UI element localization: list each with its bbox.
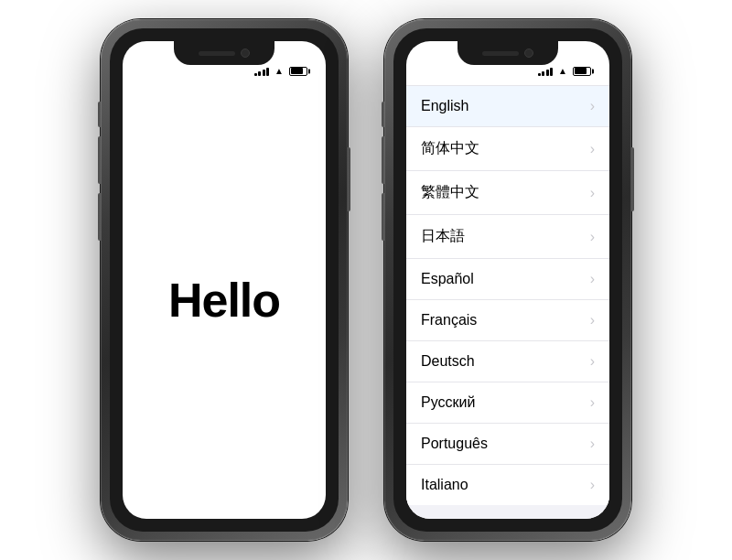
list-item[interactable]: Français ›: [406, 300, 609, 341]
language-list: English › 简体中文 › 繁體中文 › 日本語 ›: [406, 85, 609, 519]
signal-bar-1: [254, 73, 257, 76]
language-name: Español: [421, 271, 474, 287]
chevron-icon: ›: [590, 271, 595, 287]
signal-icon-2: [538, 67, 554, 76]
volume-down-button-2: [382, 193, 384, 241]
speaker-2: [482, 51, 519, 56]
battery-fill-1: [291, 68, 303, 74]
signal-bar-2: [258, 71, 261, 76]
hello-phone: ▲ Hello: [101, 19, 348, 541]
mute-button-2: [382, 102, 384, 127]
battery-fill-2: [575, 68, 587, 74]
notch-1: [174, 41, 274, 65]
chevron-icon: ›: [590, 229, 595, 245]
speaker-1: [199, 51, 235, 56]
chevron-icon: ›: [590, 353, 595, 370]
list-item[interactable]: Русский ›: [406, 382, 609, 424]
language-name: Русский: [421, 394, 475, 411]
phone-screen-area-2: ▲ English › 简体中文 ›: [393, 28, 622, 532]
phone-screen-1: ▲ Hello: [123, 41, 326, 519]
status-icons-1: ▲: [254, 66, 307, 76]
battery-icon-1: [289, 67, 307, 76]
list-item[interactable]: 日本語 ›: [406, 215, 609, 259]
volume-up-button-2: [382, 136, 384, 184]
signal-bar-3: [263, 70, 265, 76]
list-item[interactable]: 繁體中文 ›: [406, 171, 609, 215]
battery-icon-2: [573, 67, 591, 76]
language-name: 繁體中文: [421, 183, 479, 202]
phone-screen-area-1: ▲ Hello: [110, 28, 339, 532]
list-item[interactable]: Português ›: [406, 424, 609, 465]
volume-up-button: [98, 136, 101, 184]
language-name: English: [421, 98, 468, 114]
phone-content-1: Hello: [123, 81, 326, 519]
language-name: 日本語: [421, 227, 465, 246]
language-name: 简体中文: [421, 139, 479, 158]
power-button-2: [631, 147, 634, 211]
list-item[interactable]: Español ›: [406, 259, 609, 300]
mute-button: [98, 102, 101, 127]
phone-screen-2: ▲ English › 简体中文 ›: [406, 41, 609, 519]
language-name: Français: [421, 312, 477, 328]
wifi-icon-1: ▲: [274, 66, 284, 76]
list-item[interactable]: Deutsch ›: [406, 341, 609, 382]
chevron-icon: ›: [590, 98, 595, 114]
language-name: Deutsch: [421, 353, 475, 370]
list-item[interactable]: English ›: [406, 85, 609, 127]
chevron-icon: ›: [590, 394, 595, 411]
chevron-icon: ›: [590, 185, 595, 201]
language-list-content: English › 简体中文 › 繁體中文 › 日本語 ›: [406, 81, 609, 519]
notch-2: [458, 41, 558, 65]
chevron-icon: ›: [590, 312, 595, 328]
power-button: [348, 147, 350, 211]
status-icons-2: ▲: [538, 66, 591, 76]
chevron-icon: ›: [590, 436, 595, 452]
wifi-icon-2: ▲: [558, 66, 567, 76]
chevron-icon: ›: [590, 141, 595, 157]
camera-2: [524, 48, 533, 58]
volume-down-button: [98, 193, 101, 241]
chevron-icon: ›: [590, 477, 595, 493]
hello-text: Hello: [168, 273, 280, 328]
language-name: Português: [421, 436, 488, 452]
list-item[interactable]: 简体中文 ›: [406, 127, 609, 171]
signal-bar-4: [266, 68, 269, 76]
signal-icon-1: [254, 67, 270, 76]
language-phone: ▲ English › 简体中文 ›: [384, 19, 631, 541]
language-name: Italiano: [421, 477, 468, 493]
camera-1: [241, 48, 250, 58]
list-item[interactable]: Italiano ›: [406, 465, 609, 505]
